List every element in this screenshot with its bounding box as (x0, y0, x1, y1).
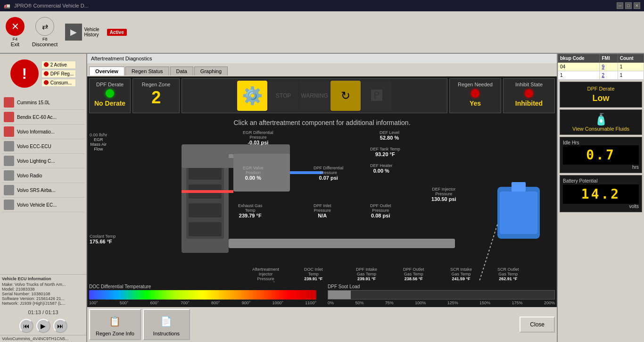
svg-rect-11 (229, 239, 455, 248)
f8-label: F8 (42, 37, 48, 42)
dpf-derate-card[interactable]: DPF Derate No Derate (89, 78, 131, 113)
maximize-btn[interactable]: □ (625, 2, 632, 9)
dpf-soot-gauge: DPF Soot Load 0% 50% 75% 100% 125% 150% … (328, 284, 555, 305)
svg-rect-5 (189, 222, 222, 236)
dpf-outlet-pressure-label: DPF OutletPressure 0.08 psi (370, 203, 391, 218)
fault-table-header-fmi: FMI (600, 54, 618, 63)
instructions-button[interactable]: 📄 Instructions (143, 309, 190, 340)
history-label: History (84, 32, 99, 37)
vehicle-history-button[interactable]: ▶ Vehicle History (61, 22, 103, 42)
ecu-item-volvo-ecc[interactable]: Volvo ECC-ECU (2, 139, 84, 154)
def-injector-pressure-label: DEF InjectorPressure 130.50 psi (431, 187, 456, 202)
tab-graphing[interactable]: Graphing (194, 67, 228, 75)
engine-warning-icon[interactable]: ⚙️ (237, 81, 267, 111)
def-level-label: DEF Level 52.80 % (380, 130, 399, 141)
inhibit-state-indicator (525, 89, 533, 98)
ecu-item-bendix[interactable]: Bendix EC-60 Ac... (2, 110, 84, 125)
fault-row-1[interactable]: 04 9 1 (558, 63, 644, 71)
diag-tabs: Overview Regen Status Data Graphing (87, 63, 557, 76)
dpf-outlet-gas-temp-label: DPF OutletGas Temp 238.56 °F (403, 267, 424, 281)
aftertreatment-injector-label: AftertreatmentInjectorPressure 47.40 psi (252, 267, 279, 282)
regen-zone-info-icon: 📋 (107, 313, 124, 330)
dpf-derate-indicator (106, 89, 114, 98)
close-button[interactable]: Close (520, 317, 555, 333)
exit-button[interactable]: ✕ F4 Exit (2, 15, 28, 49)
diag-title: Aftertreatment Diagnostics (91, 56, 152, 61)
tab-data[interactable]: Data (170, 67, 193, 75)
egr-valve-label: EGR ValvePosition 0.00 % (243, 166, 264, 181)
close-window-btn[interactable]: ✕ (634, 2, 640, 9)
svg-rect-4 (189, 203, 222, 217)
consumable-fluids-button[interactable]: 🧴 View Consumable Fluids (560, 109, 642, 135)
park-icon[interactable]: 🅿 (362, 81, 392, 111)
click-hint: Click an aftertreatment component for ad… (87, 115, 557, 130)
ecu-item-volvo-info[interactable]: Volvo Informatio... (2, 125, 84, 139)
app-icon: 🚛 (4, 3, 10, 9)
ecu-item-volvo-radio[interactable]: Volvo Radio (2, 168, 84, 183)
fault-table-header-code: bkup Code (558, 54, 600, 63)
ecu-item-volvo-lighting[interactable]: Volvo Lighting C... (2, 154, 84, 168)
def-heater-label: DEF Heater 0.00 % (370, 163, 393, 174)
fault-row-2[interactable]: 1 2 1 (558, 71, 644, 80)
dpf-diff-pressure-label: DPF DifferentialPressure 0.07 psi (314, 166, 343, 181)
app-title: JPRO® Commercial Vehicle D... (14, 3, 89, 8)
egr-mass-airflow-label: 0.00 lb/hr EGRMass AirFlow (90, 133, 107, 151)
dpf-intake-gas-temp-label: DPF IntakeGas Temp 239.91 °F (356, 267, 377, 281)
vehicle-id: VolvoCummins_4V4NC9TH1CN5... (0, 335, 86, 342)
f4-label: F4 (13, 37, 18, 42)
fault-fmi-link-2[interactable]: 2 (602, 73, 604, 78)
ecu-item-volvo-vehicle[interactable]: Volvo Vehicle EC... (2, 198, 84, 212)
ecu-list: Cummins 15.0L Bendix EC-60 Ac... Volvo I… (0, 93, 86, 274)
vehicle-label: Vehicle (84, 27, 99, 32)
egr-diff-pressure-label: EGR DifferentialPressure -0.03 psi (243, 130, 273, 145)
exhaust-gas-temp-label: Exhaust GasTemp 239.79 °F (238, 203, 263, 218)
dpf-inlet-pressure-label: DPF InletPressure N/A (314, 203, 331, 218)
svg-rect-19 (500, 192, 537, 234)
alert-item-1: DPF Reg... (41, 70, 76, 78)
player-rewind-btn[interactable]: ⏮ (19, 319, 33, 333)
disconnect-icon: ⇄ (35, 17, 54, 36)
inhibit-state-card[interactable]: Inhibit State Inhibited (503, 78, 555, 113)
active-badge: Active (107, 29, 127, 36)
fault-table-header-count: Count (618, 54, 644, 63)
tab-overview[interactable]: Overview (89, 67, 124, 75)
idle-hrs-widget: Idle Hrs 0.7 hrs (560, 137, 642, 173)
exit-icon: ✕ (6, 17, 25, 36)
scr-intake-gas-temp-label: SCR IntakeGas Temp 241.59 °F (450, 267, 472, 281)
warning-icons-panel: ⚙️ STOP WARNING ↻ 🅿 (182, 78, 447, 113)
ecu-item-cummins[interactable]: Cummins 15.0L (2, 95, 84, 110)
player-play-btn[interactable]: ▶ (36, 319, 50, 333)
stop-icon[interactable]: STOP (268, 81, 298, 111)
regen-zone-info-button[interactable]: 📋 Regen Zone Info (89, 309, 141, 340)
disconnect-button[interactable]: ⇄ F8 Disconnect (28, 15, 61, 49)
regen-arrow-icon[interactable]: ↻ (330, 81, 361, 111)
alert-item-2: Consum... (41, 79, 76, 87)
scr-outlet-gas-temp-label: SCR OutletGas Temp 262.91 °F (497, 267, 519, 281)
doc-temp-gauge: DOC Differential Temperature 100° 500° 6… (89, 284, 316, 305)
consumable-icon: 🧴 (563, 113, 639, 126)
warning-icon[interactable]: WARNING (299, 81, 330, 111)
minimize-btn[interactable]: ─ (617, 2, 623, 9)
exit-label: Exit (11, 42, 19, 47)
coolant-temp-label: Coolant Temp 175.66 °F (90, 234, 116, 244)
instructions-icon: 📄 (158, 313, 175, 330)
fault-fmi-link-1[interactable]: 9 (602, 64, 604, 69)
regen-needed-card[interactable]: Regen Needed Yes (449, 78, 501, 113)
regen-zone-card[interactable]: Regen Zone 2 (132, 78, 180, 113)
svg-rect-20 (512, 182, 526, 192)
regen-needed-indicator (471, 89, 479, 98)
dpf-derate-widget: DPF Derate Low (560, 82, 642, 108)
diagram-area[interactable]: DOC DPF SCR (87, 130, 557, 282)
alert-icon: ! (10, 59, 39, 88)
player-forward-btn[interactable]: ⏭ (53, 319, 67, 333)
battery-potential-widget: Battery Potential 14.2 volts (560, 175, 642, 212)
disconnect-label: Disconnect (32, 42, 58, 47)
doc-inlet-temp-label: DOC InletTemp 239.91 °F (304, 267, 323, 281)
alert-count: 2 Active (41, 61, 76, 69)
tab-regen-status[interactable]: Regen Status (125, 67, 169, 75)
fault-codes-table: bkup Code FMI Count 04 9 1 1 2 1 (558, 54, 644, 80)
vehicle-history-icon: ▶ (65, 24, 82, 41)
ecu-item-volvo-srs[interactable]: Volvo SRS Airba... (2, 183, 84, 198)
vehicle-ecu-info: Vehicle ECU Information Make: Volvo Truc… (0, 274, 86, 308)
time-display: 01:13 / 01:13 (0, 308, 86, 317)
